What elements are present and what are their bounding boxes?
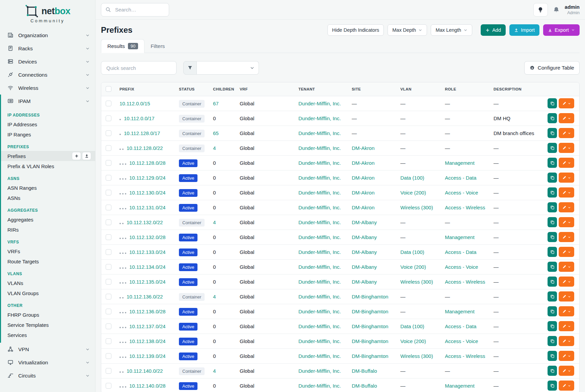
sidebar-item-asns[interactable]: ASNs bbox=[1, 193, 95, 203]
tenant-link[interactable]: Dunder-Mifflin, Inc. bbox=[298, 160, 341, 166]
children-link[interactable]: 4 bbox=[213, 368, 216, 374]
prefix-link[interactable]: 10.112.130.0/24 bbox=[129, 190, 165, 195]
prefix-link[interactable]: 10.112.128.0/17 bbox=[124, 130, 160, 136]
site-link[interactable]: DM-Albany bbox=[352, 234, 377, 240]
quick-add-button[interactable] bbox=[72, 152, 81, 160]
row-checkbox[interactable] bbox=[106, 249, 111, 255]
prefix-link[interactable]: 10.112.0.0/17 bbox=[124, 115, 155, 121]
edit-button[interactable] bbox=[559, 262, 574, 272]
clone-button[interactable] bbox=[548, 158, 557, 168]
site-link[interactable]: DM-Buffalo bbox=[352, 383, 377, 389]
clone-button[interactable] bbox=[548, 262, 557, 272]
add-button[interactable]: Add bbox=[481, 24, 506, 36]
clone-button[interactable] bbox=[548, 173, 557, 183]
quick-search-input[interactable] bbox=[106, 65, 172, 71]
prefix-link[interactable]: 10.112.136.0/28 bbox=[129, 309, 165, 314]
row-checkbox[interactable] bbox=[106, 219, 111, 225]
edit-button[interactable] bbox=[559, 291, 574, 302]
children-link[interactable]: 4 bbox=[213, 145, 216, 151]
vlan-link[interactable]: Wireless (300) bbox=[400, 279, 433, 285]
clone-button[interactable] bbox=[548, 336, 557, 346]
tenant-link[interactable]: Dunder-Mifflin, Inc. bbox=[298, 190, 341, 195]
tenant-link[interactable]: Dunder-Mifflin, Inc. bbox=[298, 249, 341, 255]
theme-toggle-button[interactable] bbox=[533, 3, 548, 17]
notifications-button[interactable] bbox=[553, 6, 560, 13]
row-checkbox[interactable] bbox=[106, 353, 111, 359]
site-link[interactable]: DM-Binghamton bbox=[352, 294, 388, 299]
edit-button[interactable] bbox=[559, 113, 574, 123]
role-link[interactable]: Management bbox=[445, 160, 475, 166]
site-link[interactable]: DM-Albany bbox=[352, 279, 377, 285]
sidebar-item-vlans[interactable]: VLANs bbox=[1, 278, 95, 288]
tenant-link[interactable]: Dunder-Mifflin, Inc. bbox=[298, 234, 341, 240]
site-link[interactable]: DM-Akron bbox=[352, 190, 375, 195]
row-checkbox[interactable] bbox=[106, 115, 111, 121]
children-link[interactable]: 65 bbox=[213, 130, 219, 136]
edit-button[interactable] bbox=[559, 128, 574, 138]
clone-button[interactable] bbox=[548, 306, 557, 316]
tenant-link[interactable]: Dunder-Mifflin, Inc. bbox=[298, 175, 341, 181]
prefix-link[interactable]: 10.112.128.0/28 bbox=[129, 160, 165, 166]
sidebar-item-asn-ranges[interactable]: ASN Ranges bbox=[1, 183, 95, 193]
sidebar-item-racks[interactable]: Racks bbox=[0, 42, 95, 55]
sidebar-item-organization[interactable]: Organization bbox=[0, 29, 95, 42]
site-link[interactable]: DM-Buffalo bbox=[352, 368, 377, 374]
role-link[interactable]: Access - Data bbox=[445, 249, 476, 255]
edit-button[interactable] bbox=[559, 232, 574, 242]
children-link[interactable]: 67 bbox=[213, 101, 219, 106]
role-link[interactable]: Management bbox=[445, 383, 475, 389]
sidebar-item-rirs[interactable]: RIRs bbox=[1, 225, 95, 235]
tenant-link[interactable]: Dunder-Mifflin, Inc. bbox=[298, 353, 341, 359]
children-link[interactable]: 4 bbox=[213, 219, 216, 225]
row-checkbox[interactable] bbox=[106, 205, 111, 210]
tab-filters[interactable]: Filters bbox=[144, 40, 171, 53]
edit-button[interactable] bbox=[559, 247, 574, 257]
row-checkbox[interactable] bbox=[106, 309, 111, 314]
row-checkbox[interactable] bbox=[106, 101, 111, 106]
sidebar-item-wireless[interactable]: Wireless bbox=[0, 81, 95, 95]
edit-button[interactable] bbox=[559, 173, 574, 183]
site-link[interactable]: DM-Binghamton bbox=[352, 309, 388, 314]
clone-button[interactable] bbox=[548, 143, 557, 153]
tenant-link[interactable]: Dunder-Mifflin, Inc. bbox=[298, 264, 341, 270]
vlan-link[interactable]: Data (100) bbox=[400, 323, 424, 329]
tenant-link[interactable]: Dunder-Mifflin, Inc. bbox=[298, 205, 341, 210]
edit-button[interactable] bbox=[559, 381, 574, 391]
row-checkbox[interactable] bbox=[106, 160, 111, 166]
role-link[interactable]: Access - Data bbox=[445, 175, 476, 181]
row-checkbox[interactable] bbox=[106, 294, 111, 299]
prefix-link[interactable]: 10.112.0.0/15 bbox=[119, 101, 150, 106]
prefix-link[interactable]: 10.112.140.0/28 bbox=[129, 383, 165, 389]
clone-button[interactable] bbox=[548, 247, 557, 257]
max-length-dropdown[interactable]: Max Length bbox=[431, 24, 472, 36]
sidebar-item-service-templates[interactable]: Service Templates bbox=[1, 320, 95, 330]
sidebar-item-prefixes[interactable]: Prefixes bbox=[1, 151, 95, 161]
vlan-link[interactable]: Voice (200) bbox=[400, 190, 426, 195]
children-link[interactable]: 4 bbox=[213, 294, 216, 299]
tenant-link[interactable]: Dunder-Mifflin, Inc. bbox=[298, 383, 341, 389]
edit-button[interactable] bbox=[559, 98, 574, 108]
vlan-link[interactable]: Wireless (300) bbox=[400, 205, 433, 210]
edit-button[interactable] bbox=[559, 202, 574, 212]
row-checkbox[interactable] bbox=[106, 279, 111, 285]
tenant-link[interactable]: Dunder-Mifflin, Inc. bbox=[298, 309, 341, 314]
tenant-link[interactable]: Dunder-Mifflin, Inc. bbox=[298, 279, 341, 285]
prefix-link[interactable]: 10.112.133.0/24 bbox=[129, 249, 165, 255]
user-menu[interactable]: admin Admin bbox=[565, 4, 580, 16]
tenant-link[interactable]: Dunder-Mifflin, Inc. bbox=[298, 323, 341, 329]
clone-button[interactable] bbox=[548, 187, 557, 198]
clone-button[interactable] bbox=[548, 321, 557, 331]
tenant-link[interactable]: Dunder-Mifflin, Inc. bbox=[298, 338, 341, 344]
edit-button[interactable] bbox=[559, 143, 574, 153]
site-link[interactable]: DM-Albany bbox=[352, 264, 377, 270]
clone-button[interactable] bbox=[548, 291, 557, 302]
row-checkbox[interactable] bbox=[106, 175, 111, 181]
site-link[interactable]: DM-Binghamton bbox=[352, 323, 388, 329]
prefix-link[interactable]: 10.112.128.0/22 bbox=[127, 145, 163, 151]
clone-button[interactable] bbox=[548, 351, 557, 361]
sidebar-item-ip-ranges[interactable]: IP Ranges bbox=[1, 129, 95, 139]
vlan-link[interactable]: Voice (200) bbox=[400, 264, 426, 270]
import-button[interactable]: Import bbox=[509, 24, 539, 36]
edit-button[interactable] bbox=[559, 351, 574, 361]
sidebar-item-circuits[interactable]: Circuits bbox=[0, 369, 95, 382]
